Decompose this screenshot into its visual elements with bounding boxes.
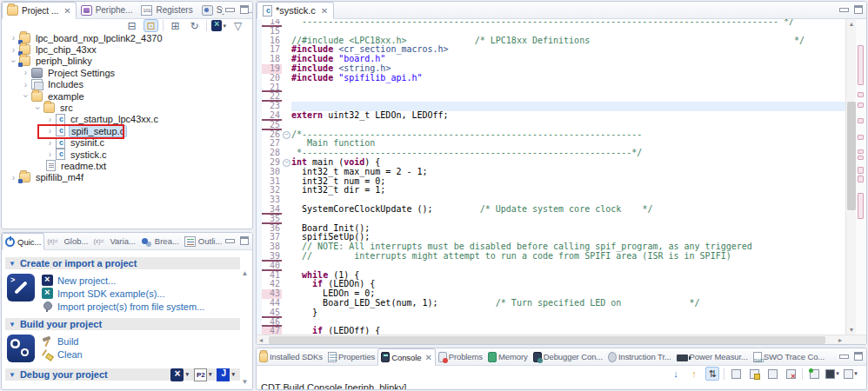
chevron-collapsed-icon[interactable]: › [21,80,30,89]
tree-item-systick-c[interactable]: ›systick.c [2,149,252,160]
dropdown-arrow-icon[interactable]: ▾ [231,371,235,378]
console-tab-problems[interactable]: Problems [436,348,485,365]
new-console-button[interactable]: ▾ [844,367,858,381]
mcux-new-button[interactable]: ▾ [211,19,226,32]
quickstart-tab-brea[interactable]: Brea... [138,233,182,249]
chevron-collapsed-icon[interactable]: › [9,33,18,43]
console-tab-swo-trace-co[interactable]: SWO Trace Co... [751,348,827,365]
code-line[interactable]: 32 int32_t dir = 1; [262,186,845,196]
code-line[interactable]: 24extern uint32_t LEDOn, LEDOff; [262,111,845,121]
tree-item-example[interactable]: ›example [2,90,252,102]
console-tab-debugger-con[interactable]: Debugger Con... [531,348,605,365]
section-collapse-icon[interactable]: ▼ [9,260,16,268]
explorer-tab-registers[interactable]: Registers [137,2,197,18]
diff-marker[interactable] [858,92,864,97]
link-build[interactable]: Build [42,335,83,347]
editor-horizontal-scrollbar[interactable]: ◂ ▸ [257,335,866,345]
minimize-icon[interactable] [839,6,848,14]
tree-item-periph-blinky[interactable]: ›periph_blinky [2,56,252,67]
diff-marker[interactable] [858,156,864,160]
quickstart-tab-outli[interactable]: Outli... [182,233,224,249]
maximize-icon[interactable] [240,5,249,14]
dropdown-arrow-icon[interactable]: ▾ [854,370,858,377]
scrollbar-thumb[interactable] [269,336,825,344]
view-menu-button[interactable]: ▽ [230,19,245,32]
diff-marker[interactable] [858,45,864,85]
tree-item-project-settings[interactable]: ›Project Settings [2,67,252,78]
maximize-icon[interactable] [854,5,863,14]
close-icon[interactable]: ✕ [321,6,328,16]
dropdown-arrow-icon[interactable]: ▾ [209,371,212,378]
code-line[interactable]: 21 [262,83,845,93]
chevron-collapsed-icon[interactable]: › [9,173,18,182]
refresh-button[interactable]: ↻ [187,19,202,32]
link-import-project-s-from-file-system[interactable]: Import project(s) from file system... [42,301,204,312]
diff-marker[interactable] [858,193,864,219]
fold-marker-icon[interactable] [282,130,291,140]
diff-marker[interactable] [858,103,864,108]
quickstart-tab-varia[interactable]: Varia... [90,233,137,249]
section-heading-debug-your-project[interactable]: ▼Debug your project▾▾▾ [5,368,240,381]
console-tab-memory[interactable]: Memory [485,348,531,365]
open-console-button[interactable] [807,367,821,381]
chevron-collapsed-icon[interactable]: › [45,138,55,148]
mcux-probe-button[interactable]: ▾ [170,368,189,381]
minimize-icon[interactable] [839,353,848,361]
quickstart-tab-quic[interactable]: Quic... [2,233,44,250]
overview-ruler[interactable] [856,19,866,335]
explorer-tab-periphe[interactable]: Periphe... [77,2,137,18]
code-line[interactable]: 14 -------------------------------------… [262,19,845,27]
explorer-tab-project[interactable]: Project ...✕ [2,2,77,19]
editor-body[interactable]: 14 -------------------------------------… [257,19,866,335]
chevron-expanded-icon[interactable]: › [33,103,43,113]
chevron-collapsed-icon[interactable]: › [21,68,30,77]
code-line[interactable]: 39 // interrupts might attempt to run a … [262,252,845,262]
collapse-all-button[interactable]: ⊟ [124,19,139,32]
chevron-collapsed-icon[interactable]: › [45,115,55,124]
chevron-collapsed-icon[interactable]: › [9,45,18,55]
link-new-project[interactable]: New project... [42,275,204,286]
code-line[interactable]: 22 [262,92,845,102]
diff-marker[interactable] [858,149,864,154]
display-console-button[interactable]: ▾ [825,367,839,381]
code-line[interactable]: 47 if (LEDOff) { [262,327,845,335]
scroll-up-button[interactable]: ↑ [687,367,701,381]
link-clean[interactable]: Clean [42,348,83,360]
code-line[interactable]: 44 Board_LED_Set(num, 1); /* Turn specif… [262,299,845,308]
editor-vertical-scrollbar[interactable]: ▲ ▼ [845,19,856,335]
pemicro-probe-button[interactable]: ▾ [194,368,212,381]
tree-item-includes[interactable]: ›Includes [2,79,252,90]
console-tab-power-measur[interactable]: Power Measur... [674,348,751,365]
link-import-sdk-example-s[interactable]: Import SDK example(s)... [42,288,204,299]
code-line[interactable]: 20#include "spifilib_api.h" [262,74,845,83]
code-line[interactable]: 45 } [262,308,845,318]
show-stdout-lock-button[interactable] [747,367,761,381]
section-collapse-icon[interactable]: ▼ [9,371,16,379]
diff-marker[interactable] [858,176,864,182]
link-with-editor-button[interactable]: ⊡ [144,19,158,32]
fold-marker-icon[interactable] [282,158,291,168]
tree-item-spifilib-m4f[interactable]: ›spifilib_m4f [2,172,252,183]
tree-item-lpc-board-nxp-lpclink2-4370[interactable]: ›lpc_board_nxp_lpclink2_4370 [2,32,252,43]
dropdown-arrow-icon[interactable]: ▾ [223,23,226,30]
dropdown-arrow-icon[interactable]: ▾ [836,370,839,377]
section-heading-build-your-project[interactable]: ▼Build your project [5,318,240,330]
diff-marker[interactable] [858,135,864,140]
clear-console-button[interactable] [784,367,798,381]
maximize-icon[interactable] [240,236,249,245]
chevron-collapsed-icon[interactable]: › [45,149,55,159]
pin-console-button[interactable] [729,367,743,381]
tree-item-src[interactable]: ›src [2,102,252,113]
close-icon[interactable]: ✕ [63,6,70,16]
scroll-right-arrow-icon[interactable]: ▸ [838,336,842,344]
editor-tab-systick-c[interactable]: *systick.c✕ [257,2,334,19]
quickstart-scrollbar[interactable]: ▲ ▼ [240,257,250,388]
minimize-icon[interactable] [225,6,234,14]
scroll-down-button[interactable]: ↓ [669,367,683,381]
scroll-left-arrow-icon[interactable]: ◂ [259,336,263,344]
close-icon[interactable]: ✕ [424,353,431,362]
section-heading-create-or-import-a-project[interactable]: ▼Create or import a project [5,257,240,269]
minimize-icon[interactable] [225,237,234,245]
chevron-expanded-icon[interactable]: › [9,56,18,66]
diff-marker[interactable] [858,118,864,123]
